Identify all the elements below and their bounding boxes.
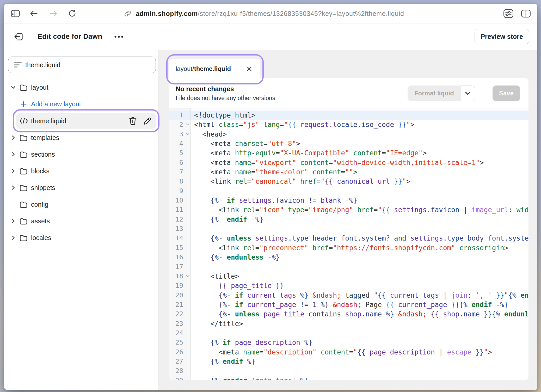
code-line[interactable] [194,328,528,338]
folder-icon [20,134,27,141]
sidebar-toggle-button[interactable] [11,4,20,23]
file-search-input[interactable] [25,61,156,69]
add-new-layout-link[interactable]: Add a new layout [4,96,158,112]
chevron-right-icon[interactable] [11,135,16,140]
code-line[interactable]: <!doctype html> [191,111,528,120]
delete-file-button[interactable] [129,117,137,125]
code-line[interactable]: <meta name="description" content="{{ pag… [194,347,528,357]
code-line[interactable]: <link rel="icon" type="image/png" href="… [194,205,528,215]
app-header: Edit code for Dawn Preview store [4,23,537,50]
status-subtitle: File does not have any other versions [176,95,275,101]
line-number: 27 [169,357,190,366]
code-editor[interactable]: 1234567891011121314151617181920212223242… [169,108,528,380]
line-number: 20 [169,291,190,300]
rename-file-button[interactable] [143,117,152,125]
trash-icon [129,117,137,125]
chevron-down-icon[interactable] [11,86,16,89]
code-line[interactable]: {%- if current_page != 1 %} &ndash; Page… [194,300,528,309]
sidebar-item-locales[interactable]: locales [4,229,158,246]
sidebar-item-assets[interactable]: assets [4,213,158,229]
code-line[interactable]: {% if page_description %} [194,338,528,347]
folder-icon [20,184,27,191]
chevron-down-icon [465,91,471,95]
sidebar-item-templates[interactable]: templates [4,129,158,146]
code-line[interactable]: {%- if current_tags %} &ndash; tagged "{… [194,291,528,300]
code-line[interactable]: {%- if settings.favicon != blank -%} [194,196,528,205]
code-line[interactable]: {%- endunless -%} [194,253,528,262]
sidebar-item-sections[interactable]: sections [4,146,158,163]
page-settings-button[interactable] [503,4,513,23]
more-actions-button[interactable] [113,34,125,39]
code-line[interactable] [194,224,528,234]
editor-area: layout/theme.liquid No recent changes Fi… [159,50,537,390]
line-number: 2 [169,120,190,129]
code-line[interactable]: {% endif %} [194,357,528,366]
code-line[interactable] [194,186,528,196]
browser-toolbar: admin.shopify.com/store/rzq1xu-f5/themes… [4,4,537,23]
sidebar-item-blocks[interactable]: blocks [4,163,158,179]
fold-toggle-icon[interactable] [186,275,189,277]
tab-close-button[interactable] [246,65,253,72]
filter-icon [14,62,22,68]
editor-tab[interactable]: layout/theme.liquid [169,59,260,79]
line-number: 1 [169,111,190,120]
code-line[interactable]: <html class="js" lang="{{ request.locale… [194,120,528,129]
code-line[interactable]: {%- unless page_title contains shop.name… [194,309,528,319]
format-options-button[interactable] [461,85,475,101]
code-line[interactable] [194,366,528,376]
code-line[interactable]: <meta name="viewport" content="width=dev… [194,158,528,167]
format-liquid-button[interactable]: Format liquid [408,85,461,101]
line-number: 16 [169,253,190,262]
sidebar-item-layout[interactable]: layout [4,79,158,96]
format-liquid-split-button: Format liquid [408,85,475,101]
line-number: 18 [169,272,190,281]
preview-store-button[interactable]: Preview store [475,29,529,44]
back-button[interactable] [30,4,38,23]
link-icon [124,10,131,17]
folder-icon [20,151,27,158]
code-line[interactable]: {{ page_title }} [194,281,528,290]
address-bar[interactable]: admin.shopify.com/store/rzq1xu-f5/themes… [124,4,404,23]
line-number: 24 [169,328,190,338]
editor-toolbar: No recent changes File does not have any… [169,78,528,108]
code-line[interactable]: <title> [194,272,528,281]
folder-icon [20,201,27,208]
editor-gutter: 1234567891011121314151617181920212223242… [169,108,191,380]
code-line[interactable]: {%- endif -%} [194,215,528,224]
code-line[interactable]: <meta charset="utf-8"> [194,139,528,148]
ellipsis-icon [114,35,124,38]
code-line[interactable]: <link rel="preconnect" href="https://fon… [194,243,528,253]
sidebar-item-snippets[interactable]: snippets [4,179,158,196]
save-button[interactable]: Save [493,85,520,101]
url-domain: admin.shopify.com [136,10,198,17]
chevron-right-icon[interactable] [11,219,16,223]
split-view-button[interactable] [521,4,531,23]
page-title: Edit code for Dawn [38,33,102,41]
line-number: 9 [169,186,190,196]
code-line[interactable]: <link rel="canonical" href="{{ canonical… [194,177,528,186]
chevron-right-icon[interactable] [11,185,16,190]
fold-toggle-icon[interactable] [186,133,189,135]
line-number: 17 [169,262,190,272]
reload-icon [68,9,76,18]
reload-button[interactable] [68,4,76,23]
chevron-right-icon[interactable] [11,169,16,173]
code-editor-panel: No recent changes File does not have any… [169,78,528,380]
chevron-right-icon[interactable] [11,152,16,157]
chevron-right-icon[interactable] [11,235,16,240]
code-line[interactable]: <head> [194,130,528,139]
code-line[interactable]: {% render 'meta-tags' %} [194,376,528,380]
code-line[interactable] [194,262,528,272]
code-line[interactable]: <meta name="theme-color" content=""> [194,167,528,177]
sidebar-item-theme-liquid[interactable]: theme.liquid [16,113,156,129]
fold-toggle-icon[interactable] [186,123,189,126]
desktop-background: admin.shopify.com/store/rzq1xu-f5/themes… [0,0,541,392]
code-lines[interactable]: <!doctype html><html class="js" lang="{{… [191,108,528,380]
code-line[interactable]: </title> [194,319,528,328]
sidebar-item-config[interactable]: config [4,196,158,213]
exit-button[interactable] [14,32,23,42]
folder-icon [20,218,27,225]
forward-button[interactable] [49,4,58,23]
code-line[interactable]: {%- unless settings.type_header_font.sys… [194,234,528,243]
code-line[interactable]: <meta http-equiv="X-UA-Compatible" conte… [194,148,528,158]
